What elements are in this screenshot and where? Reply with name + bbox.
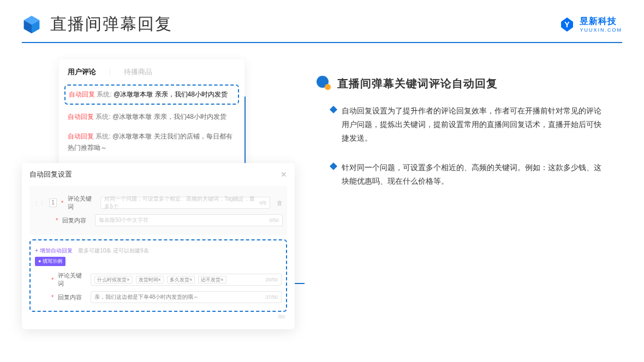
footer-counter: /50 (29, 314, 287, 319)
page-title: 直播间弹幕回复 (50, 13, 172, 35)
settings-card: 自动回复设置 ✕ ⋮⋮ 1 * 评论关键词 对同一个问题，可设置多个相近、高频的… (22, 163, 295, 329)
page-header: 直播间弹幕回复 Y 昱新科技 YUUXIN.COM (0, 0, 644, 35)
example-content-input[interactable]: 亲，我们这边都是下单48小时内发货的哦～ 37/50 (91, 291, 282, 303)
index-box: 1 (49, 198, 57, 207)
right-column: 直播间弹幕关键词评论自动回复 自动回复设置为了提升作者的评论回复效率，作者可在开… (317, 59, 622, 329)
tag[interactable]: 什么时候发货× (94, 276, 132, 283)
settings-title: 自动回复设置 (29, 170, 72, 179)
bullet-text: 针对同一个问题，可设置多个相近的、高频的关键词。例如：这款多少钱、这块能优惠吗、… (342, 161, 604, 188)
comment-row: 自动回复 系统: @冰墩墩本墩 关注我们的店铺，每日都有热门推荐呦～ (59, 126, 245, 158)
example-badge: ● 填写示例 (35, 257, 65, 266)
section-header: 直播间弹幕关键词评论自动回复 (317, 76, 622, 91)
add-auto-reply-link[interactable]: + 增加自动回复 (35, 248, 73, 254)
highlighted-comment: 自动回复 系统: @冰墩墩本墩 亲亲，我们48小时内发货 (64, 85, 239, 105)
diamond-icon (330, 106, 337, 113)
tag[interactable]: 发货时间× (136, 276, 164, 283)
tag[interactable]: 多久发货× (167, 276, 195, 283)
bullet-item: 针对同一个问题，可设置多个相近的、高频的关键词。例如：这款多少钱、这块能优惠吗、… (331, 161, 622, 188)
content-row: * 回复内容 每条限50个中文字符 0/50 (34, 214, 283, 226)
settings-header: 自动回复设置 ✕ (29, 170, 287, 184)
sys-prefix: 系统: (97, 90, 111, 98)
cube-icon (22, 15, 41, 34)
keyword-label: 评论关键词 (68, 195, 96, 211)
header-left: 直播间弹幕回复 (22, 13, 172, 35)
bullet-item: 自动回复设置为了提升作者的评论回复效率，作者可在开播前针对常见的评论用户问题，提… (331, 104, 622, 146)
tag[interactable]: 还不发货× (198, 276, 226, 283)
trash-icon[interactable]: 🗑 (277, 200, 283, 206)
content-input[interactable]: 每条限50个中文字符 0/50 (95, 214, 283, 226)
diamond-icon (330, 162, 337, 170)
brand-logo: Y 昱新科技 YUUXIN.COM (559, 16, 622, 33)
svg-text:Y: Y (565, 20, 570, 29)
add-hint: 最多可建10条 还可以创建9条 (78, 248, 148, 254)
content-label: 回复内容 (62, 216, 91, 225)
brand-name: 昱新科技 (580, 16, 622, 27)
content: 用户评论 | 待播商品 自动回复 系统: @冰墩墩本墩 亲亲，我们48小时内发货… (0, 43, 644, 329)
keyword-row: ⋮⋮ 1 * 评论关键词 对同一个问题，可设置多个相近、高频的关键词，Tag确定… (34, 195, 283, 211)
bubble-icon (317, 76, 332, 91)
tab-pending-products[interactable]: 待播商品 (124, 67, 152, 77)
tab-user-comments[interactable]: 用户评论 (68, 67, 96, 77)
brand-icon: Y (559, 16, 575, 33)
comment-row: 自动回复 系统: @冰墩墩本墩 亲亲，我们48小时内发货 (59, 107, 245, 126)
example-content-row: * 回复内容 亲，我们这边都是下单48小时内发货的哦～ 37/50 (35, 291, 282, 303)
comment-text: @冰墩墩本墩 亲亲，我们48小时内发货 (114, 90, 228, 98)
tabs: 用户评论 | 待播商品 (59, 67, 245, 82)
example-keyword-input[interactable]: 什么时候发货× 发货时间× 多久发货× 还不发货× 20/50 (91, 274, 282, 286)
bullet-text: 自动回复设置为了提升作者的评论回复效率，作者可在开播前针对常见的评论用户问题，提… (342, 104, 604, 146)
section-title: 直播间弹幕关键词评论自动回复 (337, 76, 498, 91)
comments-card: 用户评论 | 待播商品 自动回复 系统: @冰墩墩本墩 亲亲，我们48小时内发货… (59, 59, 245, 179)
drag-icon[interactable]: ⋮⋮ (34, 200, 45, 206)
setting-body: ⋮⋮ 1 * 评论关键词 对同一个问题，可设置多个相近、高频的关键词，Tag确定… (29, 186, 287, 235)
auto-reply-label: 自动回复 (69, 90, 95, 98)
close-icon[interactable]: ✕ (281, 170, 287, 179)
example-keyword-row: * 评论关键词 什么时候发货× 发货时间× 多久发货× 还不发货× 20/50 (35, 272, 282, 288)
example-section: + 增加自动回复 最多可建10条 还可以创建9条 ● 填写示例 * 评论关键词 … (29, 239, 287, 312)
brand-sub: YUUXIN.COM (580, 27, 622, 33)
left-column: 用户评论 | 待播商品 自动回复 系统: @冰墩墩本墩 亲亲，我们48小时内发货… (22, 59, 300, 329)
keyword-input[interactable]: 对同一个问题，可设置多个相近、高频的关键词，Tag确定，最多5个 0/5 (100, 197, 270, 209)
